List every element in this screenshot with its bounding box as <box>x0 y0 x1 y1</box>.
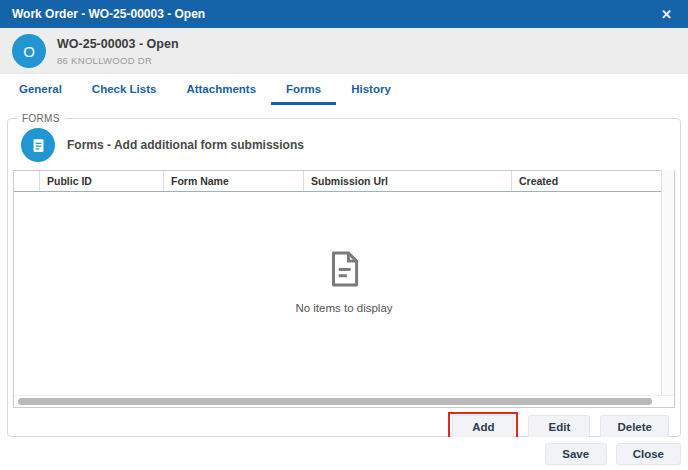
record-header: O WO-25-00003 - Open 86 KNOLLWOOD DR <box>0 28 688 74</box>
close-icon[interactable]: ✕ <box>657 6 676 23</box>
column-select <box>14 171 40 191</box>
tab-forms[interactable]: Forms <box>271 76 336 105</box>
tab-general[interactable]: General <box>4 76 77 105</box>
column-header-submission-url[interactable]: Submission Url <box>304 171 512 191</box>
column-header-form-name[interactable]: Form Name <box>164 171 304 191</box>
work-order-modal: Work Order - WO-25-00003 - Open ✕ O WO-2… <box>0 0 688 470</box>
vertical-scrollbar[interactable] <box>661 170 674 395</box>
avatar-letter: O <box>23 43 35 60</box>
forms-table: Public ID Form Name Submission Url Creat… <box>13 170 675 408</box>
column-header-created[interactable]: Created <box>512 171 661 191</box>
save-button[interactable]: Save <box>545 443 607 465</box>
document-icon <box>323 248 365 290</box>
tab-check-lists[interactable]: Check Lists <box>77 76 172 105</box>
add-button[interactable]: Add <box>452 415 514 439</box>
modal-footer: Save Close <box>0 437 688 470</box>
horizontal-scrollbar-thumb[interactable] <box>18 398 652 405</box>
modal-title-bar: Work Order - WO-25-00003 - Open ✕ <box>0 0 688 28</box>
tab-content-forms: FORMS Forms - Add additional form submis… <box>0 105 688 437</box>
record-subtitle: 86 KNOLLWOOD DR <box>57 55 179 66</box>
column-header-public-id[interactable]: Public ID <box>40 171 164 191</box>
forms-legend: FORMS <box>17 113 65 124</box>
empty-message: No items to display <box>295 302 392 314</box>
edit-button[interactable]: Edit <box>528 415 590 439</box>
forms-panel-title: Forms - Add additional form submissions <box>67 138 304 152</box>
form-document-icon <box>21 128 55 162</box>
record-title: WO-25-00003 - Open <box>57 37 179 51</box>
horizontal-scrollbar[interactable] <box>14 395 674 407</box>
avatar: O <box>12 34 46 68</box>
tab-attachments[interactable]: Attachments <box>171 76 271 105</box>
tab-history[interactable]: History <box>336 76 406 105</box>
forms-fieldset: FORMS Forms - Add additional form submis… <box>7 113 681 437</box>
empty-state: No items to display <box>295 248 392 314</box>
close-button[interactable]: Close <box>616 443 681 465</box>
forms-panel-header: Forms - Add additional form submissions <box>13 124 675 170</box>
delete-button[interactable]: Delete <box>600 415 669 439</box>
tab-bar: General Check Lists Attachments Forms Hi… <box>0 74 688 105</box>
modal-title: Work Order - WO-25-00003 - Open <box>12 7 657 21</box>
record-titles: WO-25-00003 - Open 86 KNOLLWOOD DR <box>57 37 179 66</box>
forms-table-header: Public ID Form Name Submission Url Creat… <box>14 171 674 192</box>
forms-table-body: No items to display <box>14 192 674 395</box>
